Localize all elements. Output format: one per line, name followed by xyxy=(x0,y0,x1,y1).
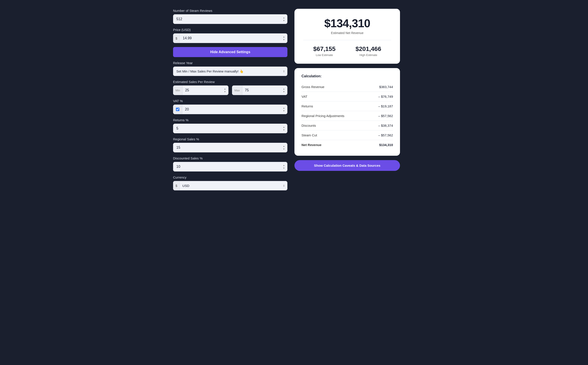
currency-prefix: $ xyxy=(173,181,180,190)
calc-title: Calculation: xyxy=(301,74,393,78)
regional-input[interactable] xyxy=(173,143,287,152)
regional-down[interactable]: ▼ xyxy=(282,148,286,150)
vat-down[interactable]: ▼ xyxy=(282,110,286,112)
calc-row-name: Gross Revenue xyxy=(301,85,324,89)
calc-row-value: $383,744 xyxy=(379,85,393,89)
high-estimate-value: $201,466 xyxy=(356,45,381,52)
steam-reviews-spinners: ▲ ▼ xyxy=(282,16,286,22)
steam-reviews-group: Number of Steam Reviews ▲ ▼ xyxy=(173,9,287,24)
max-label: Max xyxy=(232,86,242,95)
vat-label: VAT % xyxy=(173,99,287,103)
max-input[interactable] xyxy=(242,86,287,95)
min-input[interactable] xyxy=(182,86,228,95)
returns-label: Returns % xyxy=(173,118,287,122)
discounted-down[interactable]: ▼ xyxy=(282,167,286,169)
calc-rows-container: Gross Revenue $383,744 VAT – $76,749 Ret… xyxy=(301,82,393,150)
caveats-button[interactable]: Show Calculation Caveats & Data Sources xyxy=(294,160,400,171)
price-up[interactable]: ▲ xyxy=(282,35,286,38)
right-panel: $134,310 Estimated Net Revenue $67,155 L… xyxy=(294,9,400,171)
calc-row-name: Returns xyxy=(301,104,313,108)
discounted-input-wrapper: ▲ ▼ xyxy=(173,162,287,172)
price-label: Price (USD) xyxy=(173,28,287,32)
regional-input-wrapper: ▲ ▼ xyxy=(173,143,287,152)
discounted-spinners: ▲ ▼ xyxy=(282,164,286,169)
steam-reviews-up[interactable]: ▲ xyxy=(282,16,286,19)
release-year-select-wrapper: Set Min / Max Sales Per Review manually!… xyxy=(173,67,287,76)
max-down[interactable]: ▼ xyxy=(282,91,286,93)
returns-up[interactable]: ▲ xyxy=(282,126,286,128)
calc-card: Calculation: Gross Revenue $383,744 VAT … xyxy=(294,68,400,156)
vat-input[interactable] xyxy=(182,105,287,114)
high-estimate-label: High Estimate xyxy=(356,53,381,57)
currency-select[interactable]: USD xyxy=(180,181,287,190)
high-estimate-item: $201,466 High Estimate xyxy=(356,45,381,57)
left-panel: Number of Steam Reviews ▲ ▼ Price (USD) … xyxy=(173,9,287,190)
price-group: Price (USD) $ ▲ ▼ xyxy=(173,28,287,43)
calc-row-name: Discounts xyxy=(301,124,316,127)
discounted-group: Discounted Sales % ▲ ▼ xyxy=(173,156,287,172)
calc-row-value: $134,310 xyxy=(379,143,393,147)
min-down[interactable]: ▼ xyxy=(223,91,227,93)
table-row: VAT – $76,749 xyxy=(301,92,393,101)
steam-reviews-input-wrapper: ▲ ▼ xyxy=(173,14,287,24)
returns-down[interactable]: ▼ xyxy=(282,129,286,131)
low-estimate-label: Low Estimate xyxy=(313,53,335,57)
currency-group: Currency $ USD ⇕ xyxy=(173,175,287,190)
estimate-card: $134,310 Estimated Net Revenue $67,155 L… xyxy=(294,9,400,64)
table-row: Regional Pricing Adjustments – $57,562 xyxy=(301,111,393,121)
release-year-label: Release Year xyxy=(173,61,287,65)
release-year-group: Release Year Set Min / Max Sales Per Rev… xyxy=(173,61,287,76)
net-revenue-value: $134,310 xyxy=(303,17,391,30)
calc-row-name: Net Revenue xyxy=(301,143,321,147)
vat-row: ▲ ▼ xyxy=(173,105,287,114)
regional-group: Regional Sales % ▲ ▼ xyxy=(173,137,287,152)
regional-up[interactable]: ▲ xyxy=(282,145,286,147)
min-label: Min xyxy=(173,86,182,95)
regional-label: Regional Sales % xyxy=(173,137,287,141)
calc-row-value: – $76,749 xyxy=(378,95,393,98)
price-down[interactable]: ▼ xyxy=(282,38,286,41)
calc-row-name: Steam Cut xyxy=(301,133,317,137)
price-input[interactable] xyxy=(180,34,287,43)
table-row: Gross Revenue $383,744 xyxy=(301,82,393,92)
low-estimate-value: $67,155 xyxy=(313,45,335,52)
vat-checkbox-wrap xyxy=(173,105,182,114)
calc-row-name: Regional Pricing Adjustments xyxy=(301,114,344,118)
table-row: Discounts – $38,374 xyxy=(301,121,393,130)
steam-reviews-down[interactable]: ▼ xyxy=(282,19,286,22)
returns-input-wrapper: ▲ ▼ xyxy=(173,124,287,133)
sales-per-review-group: Estimated Sales Per Review Min ▲ ▼ Max ▲… xyxy=(173,80,287,95)
vat-spinners: ▲ ▼ xyxy=(282,107,286,112)
returns-input[interactable] xyxy=(173,124,287,133)
price-prefix: $ xyxy=(173,34,180,43)
table-row: Returns – $19,187 xyxy=(301,101,393,111)
discounted-up[interactable]: ▲ xyxy=(282,164,286,167)
calc-row-value: – $57,562 xyxy=(378,133,393,137)
max-item: Max ▲ ▼ xyxy=(232,85,287,95)
release-year-select[interactable]: Set Min / Max Sales Per Review manually!… xyxy=(173,67,287,76)
vat-group: VAT % ▲ ▼ xyxy=(173,99,287,114)
currency-input-wrapper: $ USD ⇕ xyxy=(173,181,287,190)
table-row: Net Revenue $134,310 xyxy=(301,140,393,150)
main-container: Number of Steam Reviews ▲ ▼ Price (USD) … xyxy=(173,9,415,190)
minmax-row: Min ▲ ▼ Max ▲ ▼ xyxy=(173,85,287,95)
vat-checkbox[interactable] xyxy=(176,108,179,111)
vat-up[interactable]: ▲ xyxy=(282,107,286,109)
discounted-label: Discounted Sales % xyxy=(173,156,287,160)
price-spinners: ▲ ▼ xyxy=(282,35,286,41)
returns-spinners: ▲ ▼ xyxy=(282,126,286,131)
regional-spinners: ▲ ▼ xyxy=(282,145,286,150)
table-row: Steam Cut – $57,562 xyxy=(301,130,393,140)
returns-group: Returns % ▲ ▼ xyxy=(173,118,287,133)
max-up[interactable]: ▲ xyxy=(282,88,286,90)
sales-per-review-label: Estimated Sales Per Review xyxy=(173,80,287,84)
net-revenue-label: Estimated Net Revenue xyxy=(303,31,391,35)
calc-row-value: – $38,374 xyxy=(378,124,393,127)
price-input-wrapper: $ ▲ ▼ xyxy=(173,33,287,43)
min-up[interactable]: ▲ xyxy=(223,88,227,90)
hide-advanced-button[interactable]: Hide Advanced Settings xyxy=(173,47,287,57)
min-item: Min ▲ ▼ xyxy=(173,85,228,95)
steam-reviews-input[interactable] xyxy=(173,14,287,24)
max-spinners: ▲ ▼ xyxy=(282,88,286,93)
discounted-input[interactable] xyxy=(173,162,287,171)
